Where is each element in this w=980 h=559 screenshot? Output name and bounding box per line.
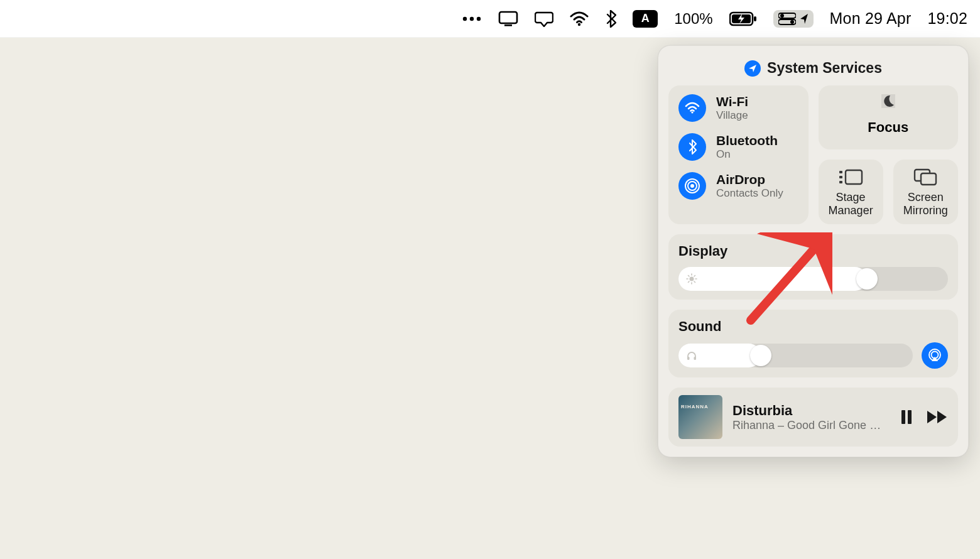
location-arrow-icon <box>800 13 808 24</box>
input-source-label: A <box>641 12 650 25</box>
svg-rect-17 <box>846 170 862 184</box>
location-icon <box>744 60 761 77</box>
display-section-title: Display <box>678 243 948 259</box>
sound-tile: Sound <box>668 310 958 377</box>
album-art <box>678 395 722 439</box>
airplay-audio-button[interactable] <box>922 342 948 369</box>
screen-mirroring-tile[interactable]: Screen Mirroring <box>893 160 958 224</box>
battery-percent-label: 100% <box>674 6 712 31</box>
wifi-menu-icon[interactable] <box>570 6 589 31</box>
svg-rect-32 <box>687 357 690 360</box>
svg-rect-4 <box>504 24 512 26</box>
svg-rect-33 <box>694 357 697 360</box>
control-center-header: System Services <box>668 56 958 85</box>
svg-point-12 <box>790 20 794 24</box>
airdrop-icon <box>678 172 706 200</box>
control-center-title: System Services <box>767 60 882 77</box>
menubar-date[interactable]: Mon 29 Apr <box>830 6 912 31</box>
svg-rect-18 <box>839 171 842 173</box>
svg-point-10 <box>780 14 784 18</box>
sound-section-title: Sound <box>678 318 948 335</box>
menubar-time[interactable]: 19:02 <box>927 6 967 31</box>
bluetooth-title: Bluetooth <box>716 133 778 148</box>
pause-button[interactable] <box>900 410 913 425</box>
svg-point-16 <box>690 184 694 188</box>
moon-icon <box>881 94 895 108</box>
airdrop-toggle[interactable]: AirDrop Contacts Only <box>678 172 798 200</box>
svg-point-5 <box>578 23 580 25</box>
svg-rect-3 <box>499 12 517 23</box>
bluetooth-toggle[interactable]: Bluetooth On <box>678 133 798 161</box>
connectivity-tile: Wi-Fi Village Bluetooth On AirDrop <box>668 85 808 224</box>
airdrop-subtitle: Contacts Only <box>716 187 783 200</box>
brightness-icon <box>686 273 697 285</box>
bluetooth-icon <box>678 133 706 161</box>
screen-mirroring-icon <box>913 168 937 186</box>
svg-line-31 <box>694 276 695 277</box>
display-menu-icon[interactable] <box>498 6 518 31</box>
stage-manager-label: Stage Manager <box>824 191 878 217</box>
now-playing-meta: Rihanna – Good Girl Gone Ba... <box>732 419 886 432</box>
stage-manager-tile[interactable]: Stage Manager <box>819 160 883 224</box>
bluetooth-menu-icon[interactable] <box>605 6 616 31</box>
svg-rect-36 <box>901 410 905 424</box>
control-center-panel: System Services Wi-Fi Village Bluetooth <box>658 45 969 457</box>
brightness-slider[interactable] <box>678 267 948 291</box>
overflow-icon[interactable] <box>462 6 482 31</box>
stage-manager-icon <box>838 168 863 186</box>
svg-rect-20 <box>839 181 842 183</box>
focus-tile[interactable]: Focus <box>819 85 959 149</box>
svg-rect-7 <box>754 16 756 21</box>
svg-line-30 <box>689 281 690 283</box>
wifi-title: Wi-Fi <box>716 94 748 109</box>
toggles-icon <box>778 13 796 25</box>
svg-rect-19 <box>839 176 842 178</box>
wifi-icon <box>678 94 706 122</box>
svg-rect-22 <box>921 173 936 185</box>
now-playing-track: Disturbia <box>732 403 890 419</box>
battery-icon[interactable] <box>729 6 757 31</box>
svg-line-28 <box>689 276 690 277</box>
svg-rect-37 <box>908 410 912 424</box>
now-playing-tile[interactable]: Disturbia Rihanna – Good Girl Gone Ba... <box>668 388 958 447</box>
input-source-badge[interactable]: A <box>633 6 658 31</box>
svg-point-13 <box>691 111 693 113</box>
bluetooth-subtitle: On <box>716 148 778 161</box>
next-track-button[interactable] <box>927 410 948 424</box>
display-tile: Display <box>668 234 958 300</box>
volume-slider[interactable] <box>678 344 913 367</box>
svg-point-2 <box>477 16 481 20</box>
menu-bar: A 100% Mon 29 Apr 19:02 <box>0 0 980 38</box>
airdrop-title: AirDrop <box>716 172 783 187</box>
headphones-icon <box>686 350 697 361</box>
screen-mirroring-label: Screen Mirroring <box>898 191 953 217</box>
svg-line-29 <box>694 281 695 283</box>
svg-point-23 <box>690 277 694 281</box>
wifi-subtitle: Village <box>716 109 748 122</box>
focus-title: Focus <box>868 119 908 136</box>
airplay-menu-icon[interactable] <box>535 6 553 31</box>
control-center-menu-button[interactable] <box>773 6 814 31</box>
svg-point-1 <box>470 16 474 20</box>
svg-point-0 <box>463 16 467 20</box>
wifi-toggle[interactable]: Wi-Fi Village <box>678 94 798 122</box>
